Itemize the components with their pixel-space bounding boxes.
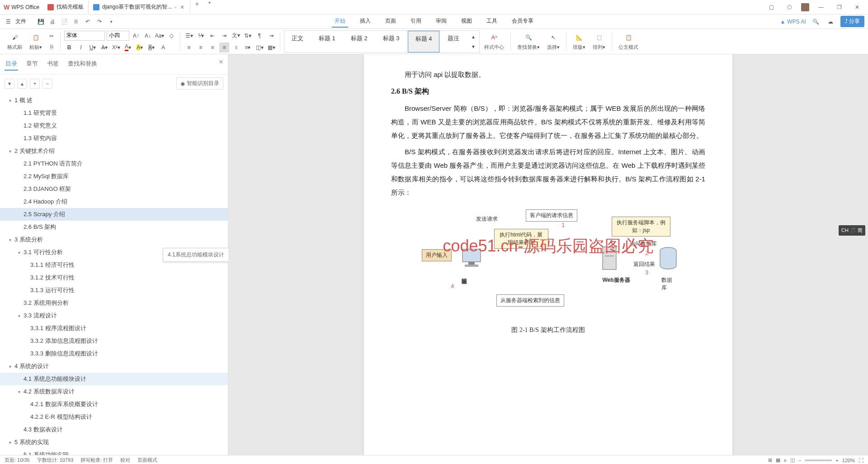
toc-item[interactable]: 2.5 Scrapy 介绍 [0,208,228,221]
distribute-icon[interactable]: ⫴ [231,43,241,52]
status-words[interactable]: 字数统计: 10793 [37,457,74,464]
file-menu[interactable]: 文件 [15,18,26,25]
smart-toc-button[interactable]: ◉ 智能识别目录 [176,77,223,90]
select-button[interactable]: ↖ 选择▾ [544,32,562,51]
style-h1[interactable]: 标题 1 [311,31,343,52]
numbering-icon[interactable]: ⅟▾ [196,31,206,41]
menu-tools[interactable]: 工具 [484,15,500,28]
sidebar-tab-bookmark[interactable]: 书签 [46,58,60,71]
sidebar-close-icon[interactable]: ✕ [219,59,223,65]
highlight-icon[interactable]: A▾ [135,43,145,52]
cut-icon[interactable]: ✂ [47,31,57,41]
decrease-indent-icon[interactable]: ⇤ [208,31,217,41]
align-right-icon[interactable]: ≡ [208,43,217,52]
style-h4[interactable]: 标题 4 [408,31,440,52]
sidebar-tab-chapter[interactable]: 章节 [25,58,39,71]
align-left-icon[interactable]: ≡ [184,43,194,52]
menu-reference[interactable]: 引用 [408,15,424,28]
layout-button[interactable]: 📐 排版▾ [570,32,588,51]
zoom-in-icon[interactable]: + [835,458,838,463]
menu-start[interactable]: 开始 [332,15,348,28]
status-proof[interactable]: 校对 [120,457,130,464]
status-page[interactable]: 页面: 10/35 [5,457,30,464]
increase-font-icon[interactable]: A↑ [131,31,141,41]
menu-member[interactable]: 会员专享 [509,15,536,28]
toc-item[interactable]: ▾5 系统的实现 [0,436,228,449]
maximize-button[interactable]: ❐ [833,1,845,14]
toc-item[interactable]: 4.1 系统总功能模块设计 [0,373,228,385]
toc-item[interactable]: 3.1.3 运行可行性 [0,284,228,297]
decrease-font-icon[interactable]: A↓ [143,31,153,41]
document-area[interactable]: 用于访问 api 以提取数据。 2.6 B/S 架构 Browser/Serve… [228,54,868,455]
strikethrough-icon[interactable]: A̶▾ [99,43,109,52]
toc-item[interactable]: 3.1.2 技术可行性 [0,271,228,284]
toc-item[interactable]: ▾1 概 述 [0,94,228,107]
align-justify-icon[interactable]: ≡ [219,43,229,52]
cloud-icon[interactable]: ☁ [826,17,835,26]
zoom-slider[interactable] [805,459,832,461]
window-icon-2[interactable]: ⬡ [783,1,796,14]
align-center-icon[interactable]: ≡ [196,43,206,52]
toc-item[interactable]: 3.3.3 删除信息流程图设计 [0,347,228,360]
save-icon[interactable]: 💾 [36,17,45,26]
char-border-icon[interactable]: A [158,43,168,52]
toc-item[interactable]: 2.1 PYTHON 语言简介 [0,157,228,170]
toc-item[interactable]: 5.1 系统功能实现 [0,449,228,455]
pilcrow-icon[interactable]: ¶ [255,31,264,41]
toc-item[interactable]: 4.3 数据表设计 [0,423,228,436]
toc-item[interactable]: 2.6 B/S 架构 [0,221,228,233]
toc-item[interactable]: 2.3 DJANGO 框架 [0,183,228,195]
toc-item[interactable]: 1.2 研究意义 [0,119,228,132]
font-select[interactable] [64,31,105,41]
bullets-icon[interactable]: ☰▾ [184,31,194,41]
avatar-icon[interactable] [801,3,809,11]
size-select[interactable] [107,31,129,41]
status-mode[interactable]: 页面模式 [137,457,157,464]
add-tab-button[interactable]: + [190,0,203,14]
line-spacing-icon[interactable]: ≡▾ [243,43,253,52]
menu-review[interactable]: 审阅 [433,15,449,28]
view-icon-2[interactable]: ▦ [776,457,780,463]
toc-item[interactable]: ▾3 系统分析 [0,233,228,246]
status-spell[interactable]: 拼写检查: 打开 [80,457,113,464]
arrange-button[interactable]: ⬚ 排列▾ [590,32,608,51]
tab-menu-icon[interactable]: ▫ [175,4,176,10]
preview-icon[interactable]: 📄 [60,17,69,26]
close-icon[interactable]: ✕ [179,4,185,10]
change-case-icon[interactable]: Aa▾ [155,31,165,41]
move-up-icon[interactable]: ▴ [17,79,27,89]
expand-icon[interactable]: ⛶ [859,458,863,463]
toc-item[interactable]: 3.2 系统用例分析 [0,297,228,309]
text-direction-icon[interactable]: 文▾ [231,31,241,41]
search-icon[interactable]: 🔍 [811,17,821,26]
style-h2[interactable]: 标题 2 [344,31,375,52]
menu-insert[interactable]: 插入 [357,15,373,28]
style-caption[interactable]: 题注 [440,31,467,52]
view-icon-1[interactable]: ⊞ [768,457,772,463]
hamburger-icon[interactable]: ☰ [4,17,13,26]
share-button[interactable]: ⤴ 分享 [840,16,864,27]
tab-dropdown[interactable]: ▾ [204,0,215,14]
dropdown-icon[interactable]: ▾ [107,17,116,26]
paste-group[interactable]: 📋 粘贴▾ [27,32,45,51]
toc-item[interactable]: 4.2.1 数据库系统概要设计 [0,398,228,411]
borders-icon[interactable]: ▦▾ [266,43,276,52]
official-button[interactable]: 📋 公文模式 [616,32,641,51]
toc-item[interactable]: ▾3.3 流程设计 [0,309,228,322]
wps-ai-button[interactable]: ▲WPS AI [780,19,806,25]
zoom-level[interactable]: 120% [842,458,855,463]
font-color-icon[interactable]: A▾ [123,43,133,52]
tab-template[interactable]: 找稿壳模板 [43,0,89,14]
close-button[interactable]: ✕ [851,1,863,14]
menu-view[interactable]: 视图 [458,15,475,28]
superscript-icon[interactable]: X²▾ [111,43,121,52]
style-h3[interactable]: 标题 3 [376,31,407,52]
toc-item[interactable]: 3.3.1 程序流程图设计 [0,322,228,335]
find-replace-button[interactable]: 🔍 查找替换▾ [514,32,542,51]
bold-icon[interactable]: B [64,43,74,52]
increase-indent-icon[interactable]: ⇥ [219,31,229,41]
style-down-icon[interactable]: ▾ [468,42,478,52]
clear-format-icon[interactable]: ◇ [166,31,176,41]
sidebar-tab-toc[interactable]: 目录 [5,58,18,71]
fill-color-icon[interactable]: ◫▾ [255,43,264,52]
